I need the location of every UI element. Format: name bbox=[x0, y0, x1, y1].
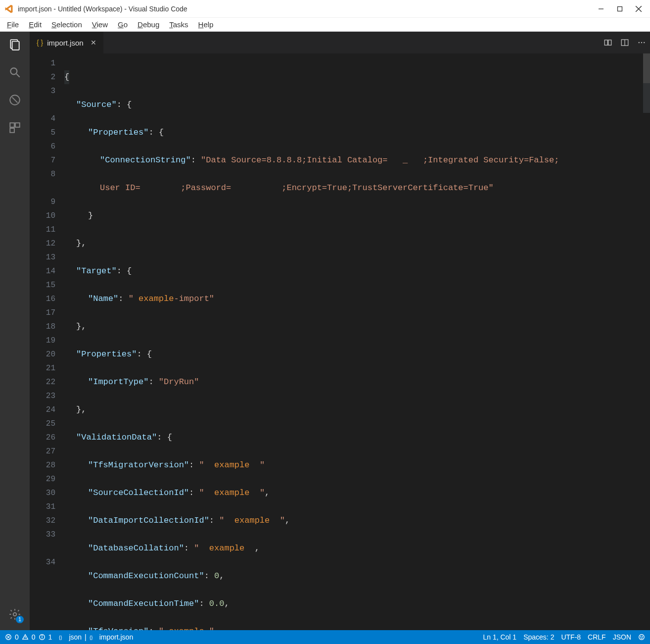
svg-rect-15 bbox=[608, 40, 611, 46]
menu-go[interactable]: Go bbox=[113, 19, 133, 30]
svg-point-19 bbox=[641, 42, 642, 43]
menu-tasks[interactable]: Tasks bbox=[164, 19, 193, 30]
debug-icon[interactable] bbox=[8, 93, 22, 107]
code-editor[interactable]: 1234567891011121314151617181920212223242… bbox=[30, 53, 650, 630]
menu-help[interactable]: Help bbox=[193, 19, 219, 30]
svg-rect-11 bbox=[15, 123, 20, 127]
svg-rect-10 bbox=[10, 123, 14, 127]
menu-selection[interactable]: Selection bbox=[46, 19, 87, 30]
svg-text:{}: {} bbox=[90, 635, 93, 640]
status-bar: 0 0 1 {}json | {}import.json Ln 1, Col 1… bbox=[0, 630, 650, 644]
code-content[interactable]: { "Source": { "Properties": { "Connectio… bbox=[64, 53, 650, 630]
status-eol[interactable]: CRLF bbox=[588, 633, 606, 641]
json-icon: {} bbox=[59, 634, 66, 641]
line-gutter: 1234567891011121314151617181920212223242… bbox=[30, 53, 64, 630]
editor-scrollbar[interactable] bbox=[643, 53, 650, 630]
svg-rect-1 bbox=[618, 6, 622, 11]
tab-bar: { } import.json ✕ bbox=[30, 32, 650, 53]
scrollbar-thumb[interactable] bbox=[643, 53, 650, 83]
compare-changes-icon[interactable] bbox=[600, 34, 616, 51]
window-title: import.json - Untitled (Workspace) - Vis… bbox=[18, 5, 598, 13]
search-icon[interactable] bbox=[8, 65, 22, 79]
menu-debug[interactable]: Debug bbox=[133, 19, 164, 30]
svg-rect-5 bbox=[12, 42, 19, 50]
svg-point-31 bbox=[641, 636, 641, 637]
warning-icon bbox=[22, 634, 29, 641]
vscode-logo-icon bbox=[4, 4, 14, 14]
json-icon: {} bbox=[90, 634, 96, 641]
status-language[interactable]: JSON bbox=[613, 633, 631, 641]
status-encoding[interactable]: UTF-8 bbox=[561, 633, 581, 641]
menu-edit[interactable]: Edit bbox=[24, 19, 46, 30]
svg-line-9 bbox=[12, 98, 18, 103]
minimize-button[interactable] bbox=[598, 5, 604, 12]
json-file-icon: { } bbox=[37, 39, 43, 47]
svg-point-32 bbox=[642, 636, 643, 637]
status-feedback-icon[interactable] bbox=[638, 634, 645, 641]
activity-bar: 1 bbox=[0, 32, 30, 630]
svg-point-13 bbox=[13, 613, 17, 616]
title-bar: import.json - Untitled (Workspace) - Vis… bbox=[0, 0, 650, 18]
status-breadcrumb[interactable]: {}json | {}import.json bbox=[59, 633, 133, 641]
svg-point-30 bbox=[639, 635, 645, 640]
settings-gear-icon[interactable]: 1 bbox=[8, 607, 22, 621]
svg-text:{}: {} bbox=[59, 635, 62, 640]
status-lncol[interactable]: Ln 1, Col 1 bbox=[483, 633, 516, 641]
svg-point-20 bbox=[644, 42, 645, 43]
svg-point-18 bbox=[639, 42, 640, 43]
status-problems[interactable]: 0 0 1 bbox=[5, 633, 52, 641]
more-actions-icon[interactable] bbox=[633, 34, 650, 51]
close-button[interactable] bbox=[635, 5, 642, 12]
status-spaces[interactable]: Spaces: 2 bbox=[523, 633, 554, 641]
tab-filename: import.json bbox=[47, 39, 83, 47]
explorer-icon[interactable] bbox=[8, 38, 22, 51]
settings-badge: 1 bbox=[16, 616, 24, 623]
svg-point-27 bbox=[42, 636, 42, 636]
tab-import-json[interactable]: { } import.json ✕ bbox=[30, 32, 104, 53]
svg-point-6 bbox=[10, 68, 17, 74]
menu-bar: File Edit Selection View Go Debug Tasks … bbox=[0, 18, 650, 32]
info-icon bbox=[39, 634, 46, 641]
svg-line-7 bbox=[16, 74, 20, 77]
svg-rect-12 bbox=[10, 128, 14, 133]
extensions-icon[interactable] bbox=[8, 121, 22, 135]
error-icon bbox=[5, 634, 12, 641]
menu-view[interactable]: View bbox=[87, 19, 113, 30]
svg-rect-14 bbox=[604, 40, 607, 46]
split-editor-icon[interactable] bbox=[616, 34, 633, 51]
maximize-button[interactable] bbox=[616, 5, 623, 12]
menu-file[interactable]: File bbox=[2, 19, 24, 30]
tab-close-icon[interactable]: ✕ bbox=[91, 39, 96, 47]
